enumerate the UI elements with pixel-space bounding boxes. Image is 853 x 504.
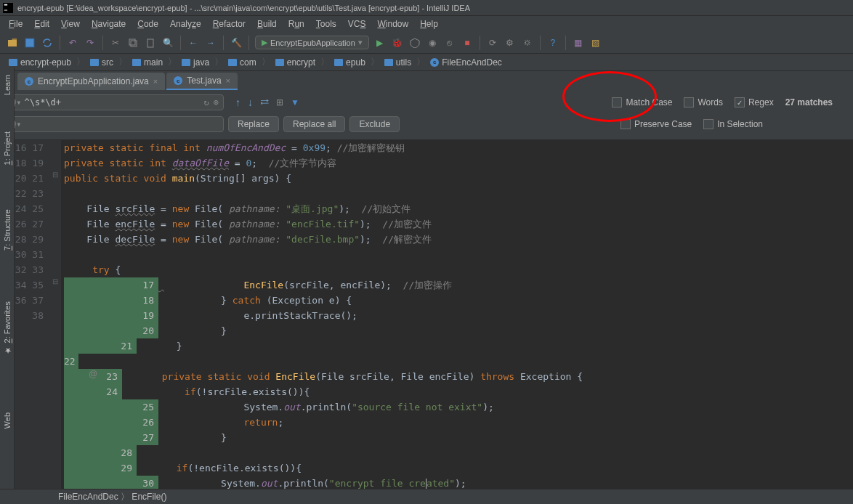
debug-icon[interactable]: 🐞 — [391, 36, 404, 49]
svg-rect-5 — [131, 41, 137, 46]
window-title-bar: encrypt-epub [E:\idea_workspace\encrypt-… — [0, 0, 853, 16]
prev-match-icon[interactable]: ↑ — [235, 97, 240, 108]
forward-icon[interactable]: → — [204, 36, 217, 49]
crumb-class[interactable]: cFileEncAndDec — [426, 57, 506, 68]
svg-rect-2 — [4, 9, 7, 10]
favorites-tool[interactable]: ★ 2: Favorites — [2, 301, 12, 355]
project-tool[interactable]: 1: Project — [3, 131, 12, 165]
menu-refactor[interactable]: Refactor — [207, 17, 251, 31]
help-icon[interactable]: ? — [546, 36, 559, 49]
svg-rect-4 — [129, 39, 135, 45]
plugin-icon-2[interactable]: ▧ — [589, 36, 602, 49]
main-toolbar: ↶ ↷ ✂ 🔍 ← → 🔨 ▶ EncryptEpubApplication ▾… — [0, 32, 853, 54]
editor-area: Learn 1: Project 7: Structure ★ 2: Favor… — [0, 140, 853, 489]
menu-vcs[interactable]: VCS — [342, 17, 372, 31]
next-match-icon[interactable]: ↓ — [248, 97, 253, 108]
menu-window[interactable]: Window — [371, 17, 414, 31]
preserve-case-checkbox[interactable]: Preserve Case — [620, 119, 692, 129]
history-icon[interactable]: ↻ — [204, 97, 209, 107]
undo-icon[interactable]: ↶ — [66, 36, 79, 49]
vcs-update-icon[interactable]: ⟳ — [486, 36, 499, 49]
svg-rect-3 — [25, 38, 34, 47]
menu-help[interactable]: Help — [414, 17, 444, 31]
web-tool[interactable]: Web — [3, 412, 12, 428]
crumb-encrypt[interactable]: encrypt — [271, 57, 320, 68]
svg-rect-1 — [4, 4, 7, 5]
settings-icon[interactable]: ⚙ — [504, 36, 517, 49]
intellij-icon — [3, 3, 13, 13]
find-icon[interactable]: 🔍 — [161, 36, 174, 49]
match-count: 27 matches — [785, 97, 833, 107]
back-icon[interactable]: ← — [187, 36, 200, 49]
attach-icon[interactable]: ⎋ — [443, 36, 456, 49]
replace-button[interactable]: Replace — [228, 116, 279, 132]
editor-breadcrumb: FileEncAndDec 〉 EncFile() — [0, 489, 853, 504]
learn-tool[interactable]: Learn — [3, 75, 12, 95]
tab-test[interactable]: cTest.java× — [166, 73, 238, 90]
select-all-icon[interactable]: ⮂ — [260, 97, 269, 107]
window-title: encrypt-epub [E:\idea_workspace\encrypt-… — [17, 4, 470, 12]
open-icon[interactable] — [6, 36, 19, 49]
build-icon[interactable]: 🔨 — [230, 36, 243, 49]
run-icon[interactable]: ▶ — [373, 36, 387, 49]
save-all-icon[interactable] — [23, 36, 36, 49]
exclude-button[interactable]: Exclude — [349, 116, 400, 132]
fold-gutter: ⊟ ⊟ @ — [51, 140, 61, 489]
paste-icon[interactable] — [144, 36, 157, 49]
crumb-project[interactable]: encrypt-epub — [4, 57, 76, 68]
stop-icon[interactable]: ■ — [461, 36, 474, 49]
close-icon[interactable]: × — [153, 77, 158, 86]
clear-icon[interactable]: ⊗ — [214, 97, 219, 107]
close-icon[interactable]: × — [226, 76, 230, 85]
menu-tools[interactable]: Tools — [310, 17, 342, 31]
crumb-epub[interactable]: epub — [330, 57, 370, 68]
code-editor[interactable]: private static final int numOfEncAndDec … — [61, 140, 853, 489]
words-checkbox[interactable]: Words — [684, 97, 722, 107]
menu-code[interactable]: Code — [132, 17, 164, 31]
menu-bar: File Edit View Navigate Code Analyze Ref… — [0, 16, 853, 32]
structure-tool[interactable]: 7: Structure — [3, 209, 12, 251]
psettings-icon[interactable]: ⛭ — [521, 36, 534, 49]
in-selection-checkbox[interactable]: In Selection — [703, 119, 763, 129]
tab-encryptepubapp[interactable]: cEncryptEpubApplication.java× — [17, 73, 165, 90]
copy-icon[interactable] — [126, 36, 140, 49]
redo-icon[interactable]: ↷ — [84, 36, 97, 49]
sync-icon[interactable] — [41, 36, 54, 49]
menu-view[interactable]: View — [55, 17, 86, 31]
profiler-icon[interactable]: ◉ — [426, 36, 439, 49]
menu-analyze[interactable]: Analyze — [164, 17, 207, 31]
find-replace-panel: Q▾ ^\s*\d+ ↻ ⊗ ↑ ↓ ⮂ ⊞ ▼ Match Case Word… — [0, 90, 853, 140]
menu-edit[interactable]: Edit — [28, 17, 55, 31]
menu-run[interactable]: Run — [283, 17, 310, 31]
replace-all-button[interactable]: Replace all — [283, 116, 345, 132]
filter-icon[interactable]: ▼ — [291, 97, 299, 107]
menu-navigate[interactable]: Navigate — [86, 17, 132, 31]
navigation-breadcrumb: encrypt-epub〉 src〉 main〉 java〉 com〉 encr… — [0, 54, 853, 71]
fold-icon[interactable]: ⊟ — [52, 277, 58, 285]
replace-input[interactable]: Q▾ — [6, 116, 224, 132]
editor-tabs: cEncryptEpubApplication.java× cTest.java… — [0, 71, 853, 90]
crumb-com[interactable]: com — [224, 57, 261, 68]
line-number-gutter: 16 17 18 19 20 21 22 23 24 25 26 27 28 2… — [15, 140, 51, 489]
svg-rect-6 — [147, 39, 153, 47]
search-input[interactable]: Q▾ ^\s*\d+ ↻ ⊗ — [6, 94, 224, 110]
regex-checkbox[interactable]: Regex — [735, 97, 774, 107]
crumb-main[interactable]: main — [128, 57, 167, 68]
crumb-java[interactable]: java — [177, 57, 214, 68]
plugin-icon-1[interactable]: ▦ — [572, 36, 585, 49]
new-window-icon[interactable]: ⊞ — [276, 97, 283, 107]
crumb-src[interactable]: src — [86, 57, 118, 68]
run-config-selector[interactable]: ▶ EncryptEpubApplication ▾ — [255, 36, 369, 49]
change-marker-icon: @ — [89, 369, 97, 379]
menu-file[interactable]: File — [3, 17, 28, 31]
menu-build[interactable]: Build — [251, 17, 283, 31]
match-case-checkbox[interactable]: Match Case — [612, 97, 672, 107]
cut-icon[interactable]: ✂ — [109, 36, 122, 49]
fold-icon[interactable]: ⊟ — [52, 171, 58, 179]
coverage-icon[interactable] — [408, 36, 421, 49]
crumb-utils[interactable]: utils — [380, 57, 416, 68]
